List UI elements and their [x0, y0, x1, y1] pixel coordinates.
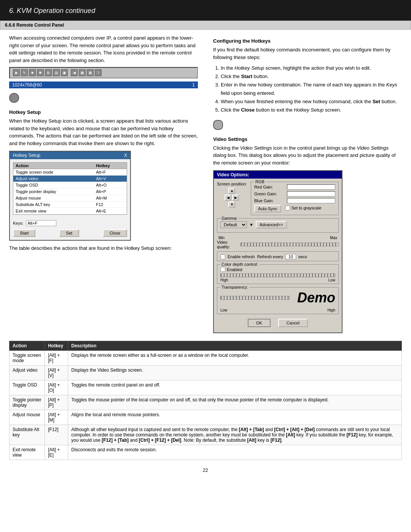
start-button[interactable]: Start — [13, 229, 35, 237]
mouse-icon-area — [213, 118, 402, 133]
autosync-row: Auto-Sync Set to grayscale — [254, 205, 335, 212]
max-label: Max — [330, 236, 337, 240]
green-gain-slider[interactable] — [287, 191, 335, 197]
hotkey-row-2-selected[interactable]: Adjust video Alt+V — [13, 176, 127, 182]
gear-icon — [9, 93, 19, 103]
arrow-up[interactable]: ▲ — [228, 188, 235, 194]
page-header: 6. KVM Operation continued — [0, 0, 411, 21]
arrow-right[interactable]: ▶ — [232, 195, 239, 201]
toolbar-icon-1: ▶ — [13, 69, 20, 76]
red-gain-slider[interactable] — [287, 184, 335, 190]
demo-area: Demo — [220, 290, 335, 306]
gamma-label: Gamma: — [220, 216, 239, 220]
autosync-button[interactable]: Auto-Sync — [254, 205, 281, 212]
color-depth-slider[interactable] — [220, 273, 335, 277]
page-number: 22 — [0, 464, 411, 477]
toolbar-page: 1 — [192, 82, 195, 88]
toolbar-icon-7: ▣ — [61, 69, 68, 76]
video-settings-intro: Clicking the Video Settings icon in the … — [213, 144, 402, 167]
hotkey-col-action: Action — [13, 163, 94, 169]
hotkey-setup-intro: When the Hotkey Setup icon is clicked, a… — [9, 117, 198, 147]
green-gain-row: Green Gain: — [254, 191, 335, 197]
step-2: Click the Start button. — [221, 72, 402, 81]
table-row: Adjust mouse [Alt] + [M] Aligns the loca… — [10, 410, 402, 425]
hotkey-btns: Start Set Close — [10, 228, 130, 240]
transparency-slider-container — [220, 295, 290, 300]
gear-icon-area — [9, 91, 198, 105]
table-row: Toggle OSD [Alt] + [O] Toggles the remot… — [10, 380, 402, 395]
low-label: Low — [328, 278, 335, 282]
table-row: Substitute Alt key [F12] Although all ot… — [10, 425, 402, 445]
refresh-group: Enable refresh Refresh every secs — [217, 251, 339, 261]
advanced-button[interactable]: Advanced>> — [256, 221, 287, 228]
ok-button[interactable]: OK — [248, 319, 271, 327]
refresh-value-input[interactable] — [285, 254, 296, 259]
rgb-group: RGB Red Gain: Green Gain: Blue Gain: — [251, 182, 339, 215]
video-dialog-title: Video Options: — [214, 171, 342, 179]
video-quality-slider[interactable] — [241, 243, 339, 246]
blue-gain-label: Blue Gain: — [254, 198, 285, 203]
vq-label: Video quality: — [217, 240, 238, 249]
col-description: Description — [68, 341, 402, 351]
screen-pos-label: Screen position: — [217, 182, 247, 186]
high-low-row: High Low — [220, 278, 335, 282]
arrow-down[interactable]: ▼ — [228, 201, 235, 208]
toolbar-resolution: 1024x768@60 — [12, 82, 42, 88]
toolbar-icon-8: ◀ — [71, 69, 78, 76]
configure-steps: In the Hotkey Setup screen, highlight th… — [221, 64, 402, 115]
rgb-label: RGB — [254, 179, 266, 184]
close-icon[interactable]: X — [124, 153, 127, 158]
hotkey-row-3[interactable]: Toggle OSD Alt+O — [13, 182, 127, 189]
arrow-left[interactable]: ◀ — [225, 195, 231, 201]
enable-refresh-checkbox[interactable] — [220, 254, 225, 259]
step-4: When you have finished entering the new … — [221, 97, 402, 106]
video-quality-section: Min Max Video quality: — [217, 236, 339, 249]
screen-pos-section: Screen position: ▲ ◀ ▶ ▼ — [217, 182, 247, 215]
left-column: When accessing connected computers over … — [9, 30, 206, 337]
video-settings-title: Video Settings — [213, 136, 402, 142]
table-row: Toggle screen mode [Alt] + [F] Displays … — [10, 351, 402, 366]
hotkey-row-6[interactable]: Substitute ALT key F12 — [13, 201, 127, 208]
grayscale-checkbox[interactable] — [285, 206, 290, 211]
set-button[interactable]: Set — [59, 229, 79, 237]
red-gain-label: Red Gain: — [254, 185, 285, 189]
keys-label: Keys: — [13, 221, 24, 225]
hotkey-row-1[interactable]: Toggle screen mode Alt+F — [13, 169, 127, 176]
hotkey-col-hotkey: Hotkey — [94, 163, 127, 169]
step-3: Enter in the new hotkey combination. The… — [221, 81, 402, 97]
screen-pos-arrows: ▲ ◀ ▶ ▼ — [217, 188, 247, 208]
transparency-slider[interactable] — [220, 296, 290, 300]
grayscale-label: Set to grayscale — [292, 206, 322, 210]
table-intro: The table describes the actions that are… — [9, 244, 198, 252]
hotkey-row-7[interactable]: Exit remote view Alt+E — [13, 208, 127, 214]
gamma-row: Default ▼ Advanced>> — [220, 221, 335, 228]
toolbar-icon-11: ? — [95, 69, 102, 76]
step-5: Click the Close button to exit the Hotke… — [221, 106, 402, 114]
toolbar-icon-9: ▩ — [79, 69, 86, 76]
cancel-button[interactable]: Cancel — [278, 319, 308, 327]
col-action: Action — [10, 341, 45, 351]
refresh-row: Enable refresh Refresh every secs — [220, 254, 335, 259]
color-depth-group: Color depth control: Enabled High Low — [217, 264, 339, 284]
trans-low-label: Low — [220, 308, 227, 312]
hotkey-setup-title: Hotkey Setup — [9, 109, 198, 115]
page-title: 6. KVM Operation — [9, 7, 65, 14]
gamma-select[interactable]: Default — [220, 221, 247, 228]
toolbar-icon-4: ✱ — [37, 69, 44, 76]
secs-label: secs — [298, 254, 307, 259]
keys-input[interactable] — [26, 220, 56, 226]
trans-low-high-row: Low High — [220, 308, 335, 312]
hotkey-row-4[interactable]: Toggle pointer display Alt+P — [13, 189, 127, 195]
page-subtitle: continued — [65, 7, 95, 14]
hotkey-table-container: Action Hotkey Toggle screen mode Alt+F A… — [13, 162, 127, 215]
high-label: High — [220, 278, 228, 282]
hotkey-row-5[interactable]: Adjust mouse Alt+M — [13, 195, 127, 201]
close-button[interactable]: Close — [103, 229, 127, 237]
color-depth-label: Color depth control: — [220, 262, 259, 267]
toolbar-icon-10: ▦ — [87, 69, 94, 76]
blue-gain-slider[interactable] — [287, 198, 335, 203]
toolbar-status-bar: 1024x768@60 1 — [9, 81, 198, 88]
enabled-checkbox[interactable] — [220, 267, 225, 272]
toolbar-icon-3: ■ — [29, 69, 36, 76]
gamma-group: Gamma: Default ▼ Advanced>> — [217, 218, 339, 233]
